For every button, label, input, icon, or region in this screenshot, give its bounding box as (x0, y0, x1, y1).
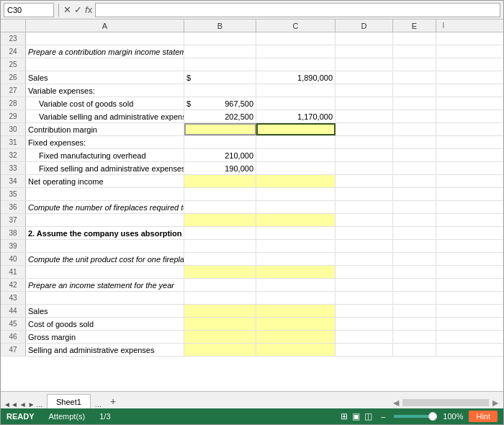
cell-41-a[interactable] (26, 266, 184, 278)
cell-44-c[interactable] (256, 305, 336, 317)
cell-35-c[interactable] (256, 188, 336, 200)
cell-25-e[interactable] (393, 58, 436, 71)
cell-40-c[interactable] (256, 253, 336, 265)
cell-25-a[interactable] (26, 58, 184, 71)
cell-46-c[interactable] (256, 331, 336, 343)
cell-46-b[interactable] (184, 331, 256, 343)
cell-37-a[interactable] (26, 214, 184, 226)
cell-39-b[interactable] (184, 240, 256, 252)
cell-42-e[interactable] (393, 279, 436, 291)
cell-38-d[interactable] (336, 227, 393, 239)
cell-46-d[interactable] (336, 331, 393, 343)
cell-30-a[interactable]: Contribution margin (26, 123, 184, 135)
cell-41-c[interactable] (256, 266, 336, 278)
cell-23-e[interactable] (393, 32, 436, 45)
cell-38-a[interactable]: 2. Assume the company uses absorption co… (26, 227, 184, 239)
col-header-d[interactable]: D (336, 19, 393, 32)
cell-42-c[interactable] (256, 279, 336, 291)
cell-37-c[interactable] (256, 214, 336, 226)
cell-26-e[interactable] (393, 71, 436, 84)
add-sheet-button[interactable]: + (106, 394, 120, 408)
sheet-nav-first[interactable]: ◄◄ (4, 401, 18, 408)
cell-41-d[interactable] (336, 266, 393, 278)
cell-32-a[interactable]: Fixed manufacturing overhead (26, 149, 184, 161)
cell-23-b[interactable] (184, 32, 256, 45)
cell-33-a[interactable]: Fixed selling and administrative expense… (26, 162, 184, 174)
cell-47-b[interactable] (184, 344, 256, 356)
cell-43-b[interactable] (184, 292, 256, 304)
cell-33-b[interactable]: 190,000 (184, 162, 256, 174)
cell-27-a[interactable]: Variable expenses: (26, 84, 184, 97)
cell-30-d[interactable] (336, 123, 393, 135)
confirm-icon[interactable]: ✓ (74, 4, 82, 15)
col-header-e[interactable]: E (393, 19, 436, 32)
cell-44-d[interactable] (336, 305, 393, 317)
cell-23-c[interactable] (256, 32, 336, 45)
grid-view-icon[interactable]: ⊞ (341, 411, 348, 421)
cell-29-e[interactable] (393, 110, 436, 122)
cell-40-d[interactable] (336, 253, 393, 265)
cell-35-b[interactable] (184, 188, 256, 200)
cell-36-d[interactable] (336, 201, 393, 213)
cell-26-c[interactable]: 1,890,000 (256, 71, 336, 84)
cell-43-a[interactable] (26, 292, 184, 304)
cell-28-c[interactable] (256, 97, 336, 109)
cell-29-b[interactable]: 202,500 (184, 110, 256, 122)
cell-43-c[interactable] (256, 292, 336, 304)
cell-27-c[interactable] (256, 84, 336, 97)
cell-39-d[interactable] (336, 240, 393, 252)
cell-45-e[interactable] (393, 318, 436, 330)
cell-38-c[interactable] (256, 227, 336, 239)
cell-36-b[interactable] (184, 201, 256, 213)
cell-37-b[interactable] (184, 214, 256, 226)
print-view-icon[interactable]: ◫ (364, 411, 372, 421)
cell-28-b[interactable]: $967,500 (184, 97, 256, 109)
cell-29-d[interactable] (336, 110, 393, 122)
cell-reference-box[interactable]: C30 (4, 3, 54, 17)
cell-46-e[interactable] (393, 331, 436, 343)
col-header-a[interactable]: A (26, 19, 184, 32)
cell-34-e[interactable] (393, 175, 436, 187)
cell-44-a[interactable]: Sales (26, 305, 184, 317)
cell-31-a[interactable]: Fixed expenses: (26, 136, 184, 148)
cell-36-c[interactable] (256, 201, 336, 213)
function-icon[interactable]: fx (85, 4, 92, 15)
cell-26-a[interactable]: Sales (26, 71, 184, 84)
cell-37-e[interactable] (393, 214, 436, 226)
cell-42-d[interactable] (336, 279, 393, 291)
cell-42-b[interactable] (184, 279, 256, 291)
cell-36-e[interactable] (393, 201, 436, 213)
cell-32-e[interactable] (393, 149, 436, 161)
cell-26-d[interactable] (336, 71, 393, 84)
cell-40-e[interactable] (393, 253, 436, 265)
cancel-icon[interactable]: ✕ (63, 4, 71, 15)
cell-24-e[interactable] (393, 45, 436, 58)
cell-25-c[interactable] (256, 58, 336, 71)
cell-28-a[interactable]: Variable cost of goods sold (26, 97, 184, 109)
cell-33-e[interactable] (393, 162, 436, 174)
cell-24-d[interactable] (336, 45, 393, 58)
cell-47-e[interactable] (393, 344, 436, 356)
sheet-nav-next[interactable]: ► (28, 401, 35, 408)
cell-46-a[interactable]: Gross margin (26, 331, 184, 343)
cell-38-e[interactable] (393, 227, 436, 239)
col-header-c[interactable]: C (256, 19, 336, 32)
cell-33-d[interactable] (336, 162, 393, 174)
cell-31-d[interactable] (336, 136, 393, 148)
cell-34-b[interactable] (184, 175, 256, 187)
cell-25-d[interactable] (336, 58, 393, 71)
sheet-tab-sheet1[interactable]: Sheet1 (47, 394, 91, 408)
cell-34-c[interactable] (256, 175, 336, 187)
cell-43-e[interactable] (393, 292, 436, 304)
cell-35-a[interactable] (26, 188, 184, 200)
cell-43-d[interactable] (336, 292, 393, 304)
cell-24-a[interactable]: Prepare a contribution margin income sta… (26, 45, 184, 58)
cell-41-b[interactable] (184, 266, 256, 278)
cell-39-a[interactable] (26, 240, 184, 252)
cell-25-b[interactable] (184, 58, 256, 71)
cell-34-a[interactable]: Net operating income (26, 175, 184, 187)
cell-31-e[interactable] (393, 136, 436, 148)
cell-38-b[interactable] (184, 227, 256, 239)
cell-34-d[interactable] (336, 175, 393, 187)
cell-23-d[interactable] (336, 32, 393, 45)
